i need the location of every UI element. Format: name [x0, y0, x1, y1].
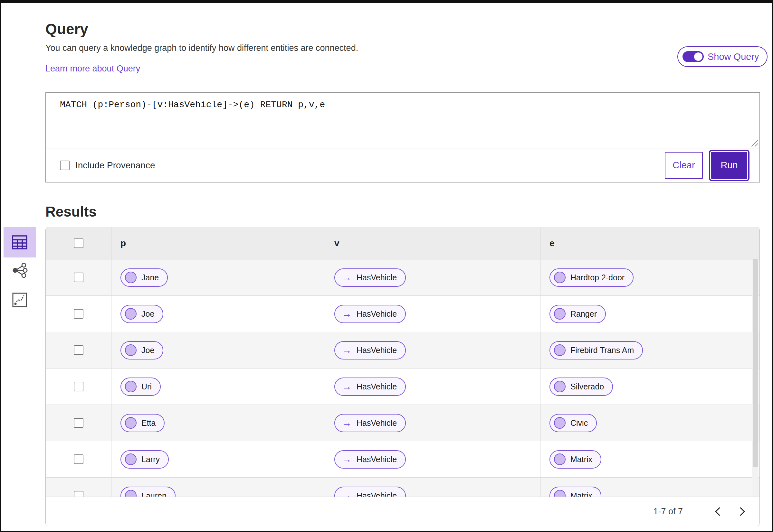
cell-p: Lauren [111, 478, 325, 497]
previous-page-button[interactable] [709, 502, 730, 521]
arrow-right-icon: → [342, 454, 352, 464]
node-label: Ranger [570, 309, 597, 319]
cell-v: → HasVehicle [325, 296, 540, 332]
node-label: Joe [141, 346, 154, 355]
column-header-e[interactable]: e [540, 227, 759, 259]
node-label: Hardtop 2-door [570, 273, 625, 282]
next-page-button[interactable] [730, 502, 751, 521]
node-label: Civic [570, 418, 588, 428]
node-label: Matrix [570, 455, 592, 464]
node-circle-icon [554, 272, 565, 283]
page-description: You can query a knowledge graph to ident… [45, 43, 358, 53]
column-header-v[interactable]: v [325, 227, 540, 259]
results-heading: Results [45, 204, 97, 220]
edge-pill[interactable]: → HasVehicle [334, 305, 406, 323]
node-circle-icon [125, 272, 136, 283]
table-body: Jane → HasVehicle Hardtop 2-door Joe [46, 259, 759, 497]
node-label: Silverado [570, 382, 604, 391]
edge-pill[interactable]: → HasVehicle [334, 268, 406, 287]
include-provenance-checkbox[interactable] [60, 161, 70, 170]
node-pill[interactable]: Matrix [549, 487, 601, 497]
node-pill[interactable]: Jane [120, 268, 168, 287]
learn-more-link[interactable]: Learn more about Query [45, 64, 140, 74]
chart-view-icon [12, 293, 27, 307]
node-pill[interactable]: Joe [120, 305, 163, 323]
table-header-row: p v e [46, 227, 759, 259]
view-mode-graph[interactable] [4, 259, 36, 282]
scrollbar-thumb[interactable] [753, 259, 758, 467]
show-query-toggle[interactable]: Show Query [677, 46, 768, 67]
cell-e: Silverado [540, 369, 759, 405]
table-row: Joe → HasVehicle Ranger [46, 296, 759, 332]
node-pill[interactable]: Firebird Trans Am [549, 341, 643, 359]
pagination-bar: 1-7 of 7 [46, 497, 759, 526]
node-circle-icon [125, 490, 136, 497]
node-pill[interactable]: Hardtop 2-door [549, 268, 634, 287]
row-checkbox[interactable] [74, 309, 83, 319]
table-view-icon [12, 235, 27, 249]
cell-e: Ranger [540, 296, 759, 332]
cell-e: Firebird Trans Am [540, 332, 759, 368]
run-button[interactable]: Run [711, 152, 747, 179]
scrollbar-track[interactable] [752, 259, 759, 497]
cell-p: Joe [111, 296, 325, 332]
edge-label: HasVehicle [357, 418, 397, 428]
edge-label: HasVehicle [357, 455, 397, 464]
row-checkbox[interactable] [74, 454, 83, 464]
node-pill[interactable]: Larry [120, 450, 169, 469]
cell-p: Joe [111, 332, 325, 368]
arrow-right-icon: → [342, 273, 352, 282]
toggle-switch-icon[interactable] [683, 51, 704, 62]
node-pill[interactable]: Uri [120, 378, 161, 396]
pagination-range-label: 1-7 of 7 [653, 507, 683, 517]
query-textarea[interactable]: MATCH (p:Person)-[v:HasVehicle]->(e) RET… [46, 93, 759, 148]
resize-handle[interactable] [751, 139, 758, 146]
edge-label: HasVehicle [357, 491, 397, 497]
node-pill[interactable]: Silverado [549, 378, 613, 396]
node-pill[interactable]: Civic [549, 414, 597, 432]
edge-label: HasVehicle [357, 309, 397, 319]
column-header-p[interactable]: p [111, 227, 325, 259]
node-circle-icon [554, 490, 565, 497]
node-pill[interactable]: Joe [120, 341, 163, 359]
select-all-checkbox[interactable] [74, 238, 83, 248]
cell-v: → HasVehicle [325, 441, 540, 477]
clear-button[interactable]: Clear [665, 152, 703, 179]
table-row: Joe → HasVehicle Firebird Trans Am [46, 332, 759, 369]
node-circle-icon [554, 308, 565, 320]
row-checkbox[interactable] [74, 491, 83, 497]
row-checkbox[interactable] [74, 382, 83, 391]
row-select-cell [46, 259, 111, 295]
arrow-right-icon: → [342, 491, 352, 497]
query-text[interactable]: MATCH (p:Person)-[v:HasVehicle]->(e) RET… [60, 100, 325, 110]
cell-v: → HasVehicle [325, 478, 540, 497]
edge-pill[interactable]: → HasVehicle [334, 341, 406, 359]
node-label: Matrix [570, 491, 592, 497]
cell-v: → HasVehicle [325, 332, 540, 368]
arrow-right-icon: → [342, 418, 352, 428]
select-all-cell [46, 227, 111, 259]
table-row: Lauren → HasVehicle Matrix [46, 478, 759, 497]
node-label: Larry [141, 455, 160, 464]
node-pill[interactable]: Ranger [549, 305, 606, 323]
row-checkbox[interactable] [74, 345, 83, 355]
node-pill[interactable]: Matrix [549, 450, 601, 469]
node-label: Firebird Trans Am [570, 346, 634, 355]
node-pill[interactable]: Lauren [120, 487, 175, 497]
view-mode-chart[interactable] [4, 289, 36, 311]
edge-pill[interactable]: → HasVehicle [334, 450, 406, 469]
edge-pill[interactable]: → HasVehicle [334, 487, 406, 497]
row-select-cell [46, 369, 111, 405]
edge-pill[interactable]: → HasVehicle [334, 378, 406, 396]
include-provenance-label: Include Provenance [75, 160, 155, 171]
row-checkbox[interactable] [74, 273, 83, 282]
graph-view-icon [12, 262, 28, 278]
arrow-right-icon: → [342, 309, 352, 319]
cell-e: Hardtop 2-door [540, 259, 759, 295]
row-select-cell [46, 296, 111, 332]
view-mode-table[interactable] [4, 227, 36, 257]
edge-pill[interactable]: → HasVehicle [334, 414, 406, 432]
node-pill[interactable]: Etta [120, 414, 164, 432]
row-checkbox[interactable] [74, 418, 83, 428]
cell-v: → HasVehicle [325, 369, 540, 405]
